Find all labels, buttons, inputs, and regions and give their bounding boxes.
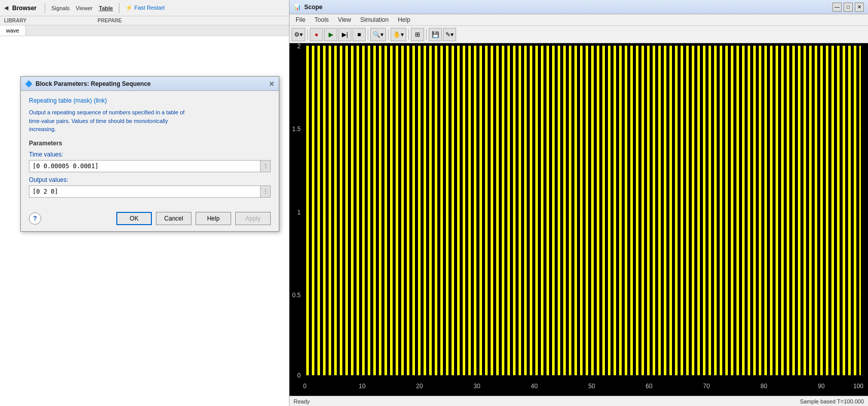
time-values-input[interactable]: [29, 160, 261, 172]
svg-rect-40: [305, 46, 861, 375]
dialog-icon: 🔷: [25, 80, 33, 87]
dialog-title-text: Block Parameters: Repeating Sequence: [36, 80, 151, 87]
scope-pan-button[interactable]: ✋▾: [391, 28, 406, 41]
toolbar-sep-5: [426, 29, 427, 40]
scope-title-text: Scope: [304, 4, 323, 11]
signals-tab[interactable]: Signals: [49, 4, 72, 12]
viewer-tab[interactable]: Viewer: [74, 4, 94, 12]
library-label: LIBRARY: [4, 18, 26, 23]
prepare-label: PREPARE: [98, 18, 122, 23]
ok-button[interactable]: OK: [116, 212, 152, 225]
scope-status-right: Sample based T=100.000: [800, 398, 864, 404]
svg-text:10: 10: [359, 383, 366, 390]
svg-text:1: 1: [297, 209, 301, 216]
output-values-row: ⋮: [29, 185, 271, 198]
scope-menu-tools[interactable]: Tools: [310, 15, 333, 24]
scope-step-button[interactable]: ▶|: [338, 28, 351, 41]
svg-text:80: 80: [760, 383, 767, 390]
dialog-window: 🔷 Block Parameters: Repeating Sequence ✕…: [20, 76, 279, 232]
scope-autoscale-button[interactable]: ⊞: [411, 28, 424, 41]
scope-menu-view[interactable]: View: [334, 15, 355, 24]
scope-plot-container: 2 1.5 1 0.5 0 0 10 20 30 40 50 60 70 80 …: [290, 43, 868, 396]
dialog-title: 🔷 Block Parameters: Repeating Sequence: [25, 80, 151, 87]
wave-tab[interactable]: wave: [0, 25, 26, 36]
toolbar-sep-3: [388, 29, 389, 40]
time-values-row: ⋮: [29, 160, 271, 172]
scope-window: 📊 Scope — □ ✕ File Tools View Simulation…: [290, 0, 868, 406]
scope-menubar: File Tools View Simulation Help: [290, 14, 868, 26]
scope-record-button[interactable]: ●: [310, 28, 323, 41]
params-label: Parameters: [29, 140, 271, 147]
svg-text:100: 100: [853, 383, 863, 390]
scope-icon: 📊: [294, 4, 301, 11]
scope-chart: 2 1.5 1 0.5 0 0 10 20 30 40 50 60 70 80 …: [290, 43, 868, 396]
scope-statusbar: Ready Sample based T=100.000: [290, 396, 868, 406]
toolbar-sep-4: [408, 29, 409, 40]
svg-text:20: 20: [416, 383, 423, 390]
dialog-link-text: Repeating table (mask) (link): [29, 97, 107, 104]
svg-text:0.5: 0.5: [292, 292, 301, 299]
scope-title: 📊 Scope: [294, 4, 323, 11]
browser-label: Browser: [12, 5, 37, 12]
scope-menu-simulation[interactable]: Simulation: [356, 15, 393, 24]
dialog-titlebar: 🔷 Block Parameters: Repeating Sequence ✕: [21, 77, 279, 91]
help-button[interactable]: Help: [196, 212, 231, 225]
toolbar-divider-2: [119, 3, 119, 13]
svg-text:30: 30: [473, 383, 480, 390]
scope-stop-button[interactable]: ■: [352, 28, 366, 41]
time-values-menu-button[interactable]: ⋮: [261, 160, 271, 172]
dialog-footer: ? OK Cancel Help Apply: [21, 208, 279, 231]
output-values-menu-button[interactable]: ⋮: [261, 185, 271, 198]
fast-restart-button[interactable]: ⚡ Fast Restart: [123, 4, 167, 12]
dialog-description-text: Output a repeating sequence of numbers s…: [29, 109, 184, 132]
table-tab[interactable]: Table: [97, 4, 115, 12]
dialog-body: Repeating table (mask) (link) Output a r…: [21, 91, 279, 208]
apply-button[interactable]: Apply: [235, 212, 271, 225]
scope-menu-help[interactable]: Help: [394, 15, 414, 24]
svg-text:90: 90: [818, 383, 825, 390]
toolbar-sep-1: [307, 29, 308, 40]
svg-text:0: 0: [303, 383, 307, 390]
time-values-label: Time values:: [29, 151, 271, 158]
nav-back-button[interactable]: ◀: [2, 4, 10, 12]
toolbar-divider-1: [45, 3, 45, 13]
scope-play-button[interactable]: ▶: [324, 28, 337, 41]
scope-zoom-button[interactable]: 🔍▾: [370, 28, 386, 41]
block-parameters-dialog: 🔷 Block Parameters: Repeating Sequence ✕…: [20, 76, 279, 232]
dialog-description: Output a repeating sequence of numbers s…: [29, 108, 271, 134]
scope-minimize-button[interactable]: —: [832, 3, 842, 12]
svg-text:1.5: 1.5: [292, 126, 301, 133]
svg-text:0: 0: [297, 372, 301, 379]
top-toolbar: ◀ Browser Signals Viewer Table ⚡ Fast Re…: [0, 0, 289, 16]
svg-text:2: 2: [297, 43, 301, 50]
scope-window-controls: — □ ✕: [832, 3, 864, 12]
svg-text:50: 50: [588, 383, 595, 390]
cancel-button[interactable]: Cancel: [156, 212, 191, 225]
scope-settings-button[interactable]: ⚙▾: [292, 28, 305, 41]
svg-text:40: 40: [531, 383, 538, 390]
dialog-close-button[interactable]: ✕: [269, 80, 275, 87]
toolbar-sep-2: [368, 29, 368, 40]
scope-close-button[interactable]: ✕: [855, 3, 864, 12]
scope-menu-file[interactable]: File: [292, 15, 309, 24]
output-values-label: Output values:: [29, 176, 271, 183]
tab-bar: wave: [0, 25, 289, 36]
scope-save-button[interactable]: 💾: [429, 28, 442, 41]
output-values-input[interactable]: [29, 185, 261, 198]
dialog-link-line: Repeating table (mask) (link): [29, 97, 271, 104]
scope-titlebar: 📊 Scope — □ ✕: [290, 0, 868, 14]
scope-status-text: Ready: [294, 398, 310, 404]
dialog-help-icon-button[interactable]: ?: [29, 212, 41, 225]
svg-text:60: 60: [646, 383, 653, 390]
scope-maximize-button[interactable]: □: [844, 3, 853, 12]
svg-text:70: 70: [703, 383, 710, 390]
scope-toolbar: ⚙▾ ● ▶ ▶| ■ 🔍▾ ✋▾ ⊞ 💾 ✎▾: [290, 26, 868, 43]
scope-cursor-button[interactable]: ✎▾: [443, 28, 456, 41]
